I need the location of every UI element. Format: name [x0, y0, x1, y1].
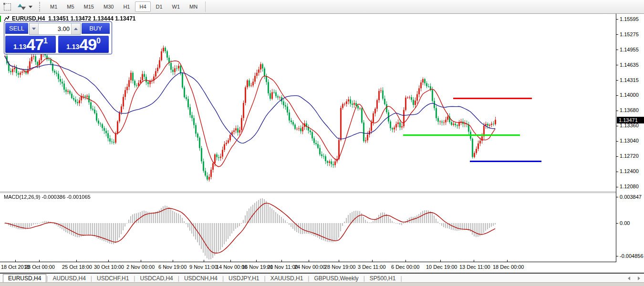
price-axis-tick [616, 19, 618, 20]
time-axis-label: 6 Nov 19:00 [158, 264, 187, 270]
timeframe-button-h4[interactable]: H4 [135, 1, 150, 12]
macd-axis-label: 0.003847 [620, 194, 642, 200]
order-arrows-icon[interactable] [18, 4, 32, 10]
arrow-down-icon [21, 7, 26, 10]
time-axis-label: 28 Nov 19:00 [324, 264, 355, 270]
price-axis-tick [616, 111, 618, 111]
macd-axis-tick [616, 223, 618, 224]
timeframe-button-m1[interactable]: M1 [46, 1, 62, 12]
macd-label: MACD(12,26,9) -0.000386 -0.001065 [4, 194, 91, 200]
tab-xauusd-h1[interactable]: XAUUSD,H1 [266, 275, 308, 282]
timeframe-button-m15[interactable]: M15 [80, 1, 98, 12]
price-axis-tick [616, 50, 618, 50]
tab-usdjpy-h1[interactable]: USDJPY,H1 [224, 275, 264, 282]
price-axis-label: 1.13680 [620, 107, 639, 113]
tab-sp500-h1[interactable]: SP500,H1 [365, 275, 401, 282]
price-axis-tick [616, 34, 618, 35]
time-axis-label: 30 Oct 10:00 [94, 264, 124, 270]
price-axis-tick [616, 80, 618, 81]
price-axis-label: 1.14000 [620, 92, 639, 98]
sell-price-display[interactable]: 1.13471 [5, 36, 56, 53]
price-axis[interactable]: 1.155951.152751.149551.146351.143151.140… [616, 14, 644, 263]
time-axis-label: 9 Nov 11:00 [189, 264, 218, 270]
volume-decrease-button[interactable] [30, 23, 39, 34]
price-axis-tick [616, 65, 618, 65]
volume-input[interactable] [39, 23, 71, 34]
price-axis-tick [616, 141, 618, 142]
timeframe-button-h1[interactable]: H1 [119, 1, 134, 12]
price-axis-label: 1.15595 [620, 16, 639, 22]
timeframe-button-group: M1M5M15M30H1H4D1W1MN [45, 1, 202, 12]
timeframe-button-mn[interactable]: MN [185, 1, 202, 12]
timeframe-button-m30[interactable]: M30 [99, 1, 118, 12]
buy-button-label: BUY [89, 25, 102, 32]
price-axis-label: 1.14635 [620, 62, 639, 68]
tab-audusd-h4[interactable]: AUDUSD,H4 [48, 275, 90, 282]
time-axis[interactable]: 18 Oct 201823 Oct 00:0025 Oct 18:0030 Oc… [0, 263, 616, 272]
buy-price-display[interactable]: 1.13490 [58, 36, 109, 53]
timeframe-button-w1[interactable]: W1 [168, 1, 185, 12]
sell-price-prefix: 1.13 [13, 43, 26, 51]
price-axis-tick [616, 126, 618, 126]
time-axis-label: 18 Dec 00:00 [493, 264, 524, 270]
price-axis-label: 1.12720 [620, 153, 639, 159]
status-strip [0, 282, 644, 286]
current-price-badge: 1.13471 [617, 117, 644, 123]
macd-axis-tick [616, 256, 618, 256]
price-axis-label: 1.14955 [620, 47, 639, 52]
tab-usdcad-h4[interactable]: USDCAD,H4 [135, 275, 177, 282]
macd-axis-tick [616, 197, 618, 197]
tab-scroll-right-icon[interactable] [638, 276, 640, 280]
toolbar-grip[interactable] [39, 2, 42, 11]
tab-usdchf-h1[interactable]: USDCHF,H1 [92, 275, 134, 282]
buy-price-sup: 0 [96, 37, 101, 45]
price-axis-label: 1.13040 [620, 138, 639, 143]
price-axis-tick [616, 95, 618, 96]
stepper-up-icon [74, 28, 78, 30]
price-axis-tick [616, 172, 618, 172]
price-axis-label: 1.12400 [620, 168, 639, 174]
sell-price-big: 47 [26, 36, 43, 52]
time-axis-label: 23 Oct 00:00 [25, 264, 55, 270]
price-axis-label: 1.14315 [620, 77, 639, 83]
price-axis-label: 1.15275 [620, 31, 639, 37]
macd-axis-label: -0.004856 [620, 253, 644, 259]
tab-gbpusd-weekly[interactable]: GBPUSD,Weekly [309, 275, 363, 282]
chart-symbol-icon [4, 16, 10, 21]
toolbar: M1M5M15M30H1H4D1W1MN [0, 0, 644, 14]
sell-button[interactable]: SELL [5, 23, 28, 35]
time-axis-label: 25 Oct 18:00 [62, 264, 92, 270]
price-axis-label: 1.12080 [620, 184, 639, 189]
time-axis-label: 3 Dec 11:00 [358, 264, 386, 270]
tab-separator: | [400, 275, 402, 282]
tab-usdcnh-h4[interactable]: USDCNH,H4 [179, 275, 222, 282]
price-axis-tick [616, 187, 618, 187]
tab-scroll-left-icon[interactable] [628, 276, 630, 280]
left-edge-marker [0, 16, 1, 22]
volume-stepper [29, 23, 81, 35]
timeframe-button-m5[interactable]: M5 [62, 1, 78, 12]
buy-button[interactable]: BUY [82, 23, 110, 35]
symbol-tabs: EURUSD,H4|AUDUSD,H4|USDCHF,H1|USDCAD,H4|… [0, 274, 402, 283]
buy-price-prefix: 1.13 [66, 43, 79, 51]
time-axis-label: 21 Nov 11:00 [267, 264, 298, 270]
chart-shift-icon[interactable] [4, 3, 11, 10]
time-axis-label: 13 Dec 11:00 [459, 264, 490, 270]
chart-window: EURUSD,H4 1.13451 1.13472 1.13444 1.1347… [0, 14, 644, 273]
sell-price-sup: 1 [43, 37, 48, 45]
time-axis-label: 2 Nov 00:00 [126, 264, 155, 270]
buy-price-big: 49 [79, 36, 96, 52]
chart-title: EURUSD,H4 1.13451 1.13472 1.13444 1.1347… [12, 15, 136, 22]
time-axis-label: 24 Nov 00:00 [294, 264, 325, 270]
toolbar-separator [205, 1, 206, 12]
one-click-trade-panel: SELL BUY 1.13471 1.13490 [4, 21, 112, 54]
timeframe-button-d1[interactable]: D1 [152, 1, 167, 12]
volume-increase-button[interactable] [71, 23, 80, 34]
macd-axis-label: 0.00 [620, 220, 630, 226]
dropdown-caret-icon[interactable] [29, 6, 32, 8]
time-axis-label: 6 Dec 00:00 [391, 264, 419, 270]
time-axis-label: 10 Dec 19:00 [426, 264, 457, 270]
tab-eurusd-h4[interactable]: EURUSD,H4 [3, 274, 46, 283]
sell-button-label: SELL [9, 25, 24, 32]
stepper-down-icon [32, 28, 36, 30]
